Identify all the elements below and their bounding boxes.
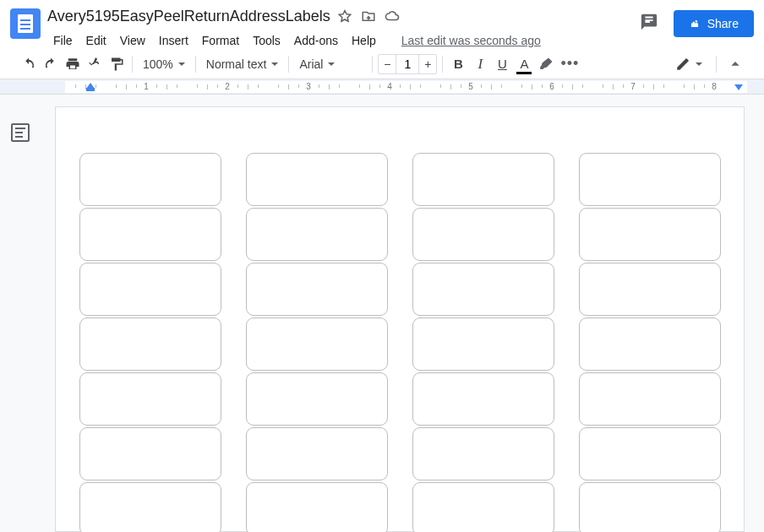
left-indent-marker[interactable] bbox=[86, 83, 95, 89]
label-cell[interactable] bbox=[579, 372, 721, 426]
menu-insert[interactable]: Insert bbox=[153, 31, 194, 50]
collapse-toolbar-button[interactable] bbox=[725, 53, 745, 75]
label-cell[interactable] bbox=[579, 427, 721, 480]
right-indent-marker[interactable] bbox=[734, 84, 743, 90]
font-value: Arial bbox=[299, 57, 323, 71]
label-cell[interactable] bbox=[412, 263, 554, 316]
ruler[interactable]: 12345678 bbox=[0, 79, 764, 95]
label-cell[interactable] bbox=[579, 263, 721, 316]
menu-format[interactable]: Format bbox=[196, 31, 245, 50]
italic-button[interactable]: I bbox=[470, 53, 490, 75]
label-cell[interactable] bbox=[412, 153, 554, 206]
font-dropdown[interactable]: Arial bbox=[294, 53, 367, 75]
ruler-number: 8 bbox=[712, 82, 717, 91]
text-color-button[interactable]: A bbox=[514, 53, 534, 75]
style-dropdown[interactable]: Normal text bbox=[201, 53, 284, 75]
title-row: Avery5195EasyPeelReturnAddressLabels bbox=[47, 5, 640, 27]
label-cell[interactable] bbox=[246, 318, 388, 371]
ruler-number: 5 bbox=[468, 82, 473, 91]
menubar: File Edit View Insert Format Tools Add-o… bbox=[47, 30, 640, 51]
outline-panel bbox=[0, 95, 41, 532]
label-cell[interactable] bbox=[412, 208, 554, 261]
header: Avery5195EasyPeelReturnAddressLabels Fil… bbox=[0, 0, 764, 49]
label-cell[interactable] bbox=[79, 372, 221, 426]
ruler-number: 3 bbox=[306, 82, 311, 91]
label-cell[interactable] bbox=[579, 208, 721, 261]
move-icon[interactable] bbox=[361, 8, 376, 24]
header-center: Avery5195EasyPeelReturnAddressLabels Fil… bbox=[47, 5, 640, 51]
label-cell[interactable] bbox=[79, 153, 221, 206]
menu-view[interactable]: View bbox=[114, 31, 151, 50]
menu-tools[interactable]: Tools bbox=[247, 31, 286, 50]
comments-icon[interactable] bbox=[640, 13, 658, 35]
font-size-group: − + bbox=[378, 54, 437, 74]
docs-logo[interactable] bbox=[10, 8, 41, 39]
paint-format-button[interactable] bbox=[106, 53, 127, 75]
label-cell[interactable] bbox=[412, 427, 554, 480]
label-cell[interactable] bbox=[579, 482, 721, 532]
highlight-button[interactable] bbox=[536, 53, 556, 75]
label-cell[interactable] bbox=[246, 153, 388, 206]
ruler-number: 4 bbox=[387, 82, 392, 91]
style-value: Normal text bbox=[206, 57, 267, 71]
label-cell[interactable] bbox=[412, 318, 554, 371]
menu-help[interactable]: Help bbox=[346, 31, 382, 50]
last-edit-status[interactable]: Last edit was seconds ago bbox=[396, 31, 547, 50]
zoom-value: 100% bbox=[143, 57, 173, 71]
label-cell[interactable] bbox=[79, 208, 221, 261]
editing-mode-dropdown[interactable] bbox=[670, 53, 707, 75]
menu-edit[interactable]: Edit bbox=[80, 31, 112, 50]
print-button[interactable] bbox=[63, 53, 83, 75]
label-cell[interactable] bbox=[79, 427, 221, 480]
share-label: Share bbox=[707, 17, 739, 30]
cloud-saved-icon[interactable] bbox=[385, 8, 400, 24]
label-cell[interactable] bbox=[246, 208, 388, 261]
menu-file[interactable]: File bbox=[47, 31, 79, 50]
ruler-number: 7 bbox=[630, 82, 636, 91]
spellcheck-button[interactable] bbox=[85, 53, 105, 75]
header-right: Share bbox=[640, 10, 754, 37]
label-cell[interactable] bbox=[79, 263, 221, 316]
label-cell[interactable] bbox=[412, 372, 554, 426]
label-cell[interactable] bbox=[79, 318, 221, 371]
label-cell[interactable] bbox=[579, 153, 721, 206]
label-cell[interactable] bbox=[579, 318, 721, 371]
redo-button[interactable] bbox=[41, 53, 61, 75]
outline-icon[interactable] bbox=[11, 123, 30, 142]
label-cell[interactable] bbox=[246, 372, 388, 426]
star-icon[interactable] bbox=[337, 8, 352, 24]
font-size-input[interactable] bbox=[396, 55, 419, 73]
toolbar: 100% Normal text Arial − + B I U A ••• bbox=[0, 49, 764, 79]
label-cell[interactable] bbox=[246, 263, 388, 316]
ruler-number: 6 bbox=[549, 82, 554, 91]
ruler-number: 2 bbox=[225, 82, 230, 91]
document-area bbox=[0, 95, 764, 532]
menu-addons[interactable]: Add-ons bbox=[288, 31, 344, 50]
label-grid bbox=[79, 153, 720, 532]
font-size-increase[interactable]: + bbox=[419, 55, 436, 73]
ruler-number: 1 bbox=[144, 82, 149, 91]
font-size-decrease[interactable]: − bbox=[379, 55, 396, 73]
label-cell[interactable] bbox=[246, 427, 388, 480]
label-cell[interactable] bbox=[246, 482, 388, 532]
share-button[interactable]: Share bbox=[674, 10, 754, 37]
document-title[interactable]: Avery5195EasyPeelReturnAddressLabels bbox=[47, 8, 330, 25]
undo-button[interactable] bbox=[19, 53, 39, 75]
page-wrapper bbox=[41, 95, 764, 532]
label-cell[interactable] bbox=[79, 482, 221, 532]
page[interactable] bbox=[55, 106, 745, 532]
underline-button[interactable]: U bbox=[492, 53, 512, 75]
label-cell[interactable] bbox=[412, 482, 554, 532]
more-button[interactable]: ••• bbox=[558, 53, 581, 75]
bold-button[interactable]: B bbox=[448, 53, 468, 75]
zoom-dropdown[interactable]: 100% bbox=[138, 53, 190, 75]
